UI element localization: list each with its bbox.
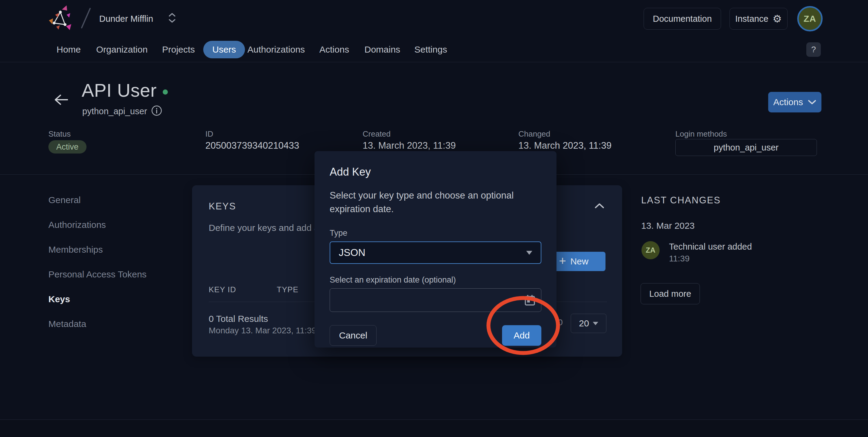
help-button[interactable]: ? [806,42,821,57]
top-header: Dunder Mifflin Documentation Instance ⚙ … [0,0,868,37]
nav-tab-authorizations[interactable]: Authorizations [247,37,305,62]
page-size-value: 20 [579,318,589,329]
key-type-selected-value: JSON [339,247,365,258]
add-button[interactable]: Add [502,325,541,346]
org-switcher-icon[interactable] [168,13,176,23]
dialog-title: Add Key [330,166,541,178]
change-event-text: Technical user added [669,242,752,252]
footer [0,419,868,437]
id-label: ID [205,129,213,139]
new-key-button-label: New [570,256,589,267]
created-value: 13. March 2023, 11:39 [363,140,456,151]
keys-card-description: Define your keys and add an o [209,223,332,233]
actions-dropdown-label: Actions [773,97,803,107]
nav-tab-actions[interactable]: Actions [319,37,349,62]
select-caret-icon [526,251,532,255]
avatar-initials: ZA [804,13,816,24]
instance-button[interactable]: Instance ⚙ [730,8,787,30]
column-header-type: TYPE [277,285,299,294]
nav-tab-domains[interactable]: Domains [365,37,400,62]
caret-down-icon [593,322,598,325]
results-timestamp: Monday 13. Mar 2023, 11:39 [209,326,316,335]
change-avatar-initials: ZA [646,246,655,255]
collapse-card-icon[interactable] [594,203,604,210]
expiration-date-label: Select an expiration date (optional) [330,275,541,285]
nav-tab-settings[interactable]: Settings [414,37,447,62]
add-key-dialog: Add Key Select your key type and choose … [314,151,557,347]
change-event-time: 11:39 [669,254,689,264]
load-more-label: Load more [649,289,691,299]
zitadel-logo-icon[interactable] [49,5,74,31]
sidebar-item-keys[interactable]: Keys [49,294,70,304]
dialog-description: Select your key type and choose an optio… [330,189,535,216]
sidebar-item-personal-access-tokens[interactable]: Personal Access Tokens [49,269,147,279]
calendar-icon[interactable] [524,294,536,307]
nav-tab-users[interactable]: Users [203,41,245,58]
status-badge: Active [49,140,87,154]
created-label: Created [363,129,391,139]
last-changes-date: 13. Mar 2023 [641,221,695,231]
active-status-dot [163,90,168,95]
login-methods-label: Login methods [675,129,727,139]
sidebar-item-memberships[interactable]: Memberships [49,244,103,255]
total-results: 0 Total Results [209,314,268,324]
nav-tab-home[interactable]: Home [57,37,81,62]
sidebar-item-metadata[interactable]: Metadata [49,319,86,329]
id-value: 205003739340210433 [205,140,299,151]
chevron-down-icon [808,100,816,105]
keys-card-title: KEYS [209,201,236,212]
status-label: Status [49,129,71,139]
column-header-key-id: KEY ID [209,285,236,294]
page-indicator: 0 [558,317,563,327]
instance-button-label: Instance [735,14,769,24]
back-arrow-icon[interactable] [54,94,68,107]
nav-tab-organization[interactable]: Organization [96,37,148,62]
main-nav: Home Organization Projects Users Authori… [0,37,868,62]
user-avatar[interactable]: ZA [797,6,823,31]
gear-icon: ⚙ [773,13,782,24]
nav-tab-projects[interactable]: Projects [162,37,195,62]
load-more-button[interactable]: Load more [641,283,700,304]
username-subtitle: python_api_user [82,106,147,116]
actions-dropdown-button[interactable]: Actions [768,92,822,112]
type-label: Type [330,229,541,238]
info-icon[interactable] [151,105,162,117]
org-name[interactable]: Dunder Mifflin [99,14,153,24]
page-title: API User [82,80,157,101]
changed-label: Changed [518,129,551,139]
sidebar-item-authorizations[interactable]: Authorizations [49,220,106,230]
page-size-select[interactable]: 20 [571,314,607,333]
change-avatar: ZA [642,241,660,259]
login-method-chip: python_api_user [675,139,817,156]
expiration-date-input[interactable] [330,288,541,312]
changed-value: 13. March 2023, 11:39 [518,140,612,151]
key-type-select[interactable]: JSON [330,241,541,264]
breadcrumb-slash [79,7,93,29]
last-changes-title: LAST CHANGES [641,195,721,206]
sidebar-item-general[interactable]: General [49,195,81,205]
documentation-button[interactable]: Documentation [644,8,721,30]
documentation-button-label: Documentation [653,14,712,24]
cancel-button[interactable]: Cancel [330,325,376,346]
